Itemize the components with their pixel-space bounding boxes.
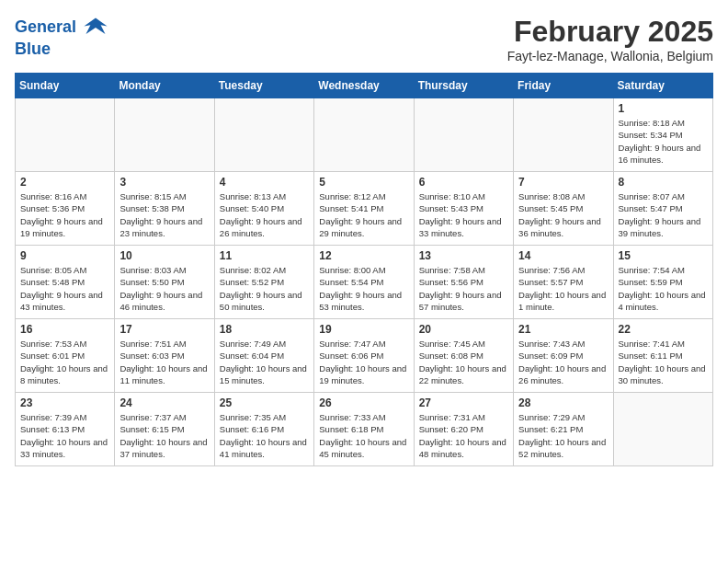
calendar-cell: 9Sunrise: 8:05 AM Sunset: 5:48 PM Daylig… [16, 246, 115, 319]
day-info: Sunrise: 7:51 AM Sunset: 6:03 PM Dayligh… [119, 338, 209, 386]
weekday-header-friday: Friday [514, 74, 613, 98]
day-number: 24 [119, 396, 209, 409]
day-info: Sunrise: 7:56 AM Sunset: 5:57 PM Dayligh… [518, 264, 608, 313]
weekday-header-thursday: Thursday [414, 74, 513, 98]
day-info: Sunrise: 8:08 AM Sunset: 5:45 PM Dayligh… [518, 190, 608, 239]
calendar-cell [115, 98, 214, 172]
month-title: February 2025 [507, 15, 713, 49]
day-number: 1 [619, 102, 708, 115]
calendar-header: SundayMondayTuesdayWednesdayThursdayFrid… [16, 74, 713, 98]
day-info: Sunrise: 7:37 AM Sunset: 6:15 PM Dayligh… [119, 411, 209, 460]
calendar-cell: 7Sunrise: 8:08 AM Sunset: 5:45 PM Daylig… [514, 172, 613, 246]
calendar-cell: 3Sunrise: 8:15 AM Sunset: 5:38 PM Daylig… [115, 172, 214, 246]
calendar-cell: 6Sunrise: 8:10 AM Sunset: 5:43 PM Daylig… [414, 172, 513, 246]
day-number: 20 [419, 323, 508, 336]
calendar-cell: 24Sunrise: 7:37 AM Sunset: 6:15 PM Dayli… [115, 393, 214, 466]
weekday-header-monday: Monday [115, 74, 214, 98]
calendar-week-2: 9Sunrise: 8:05 AM Sunset: 5:48 PM Daylig… [16, 246, 713, 319]
calendar-cell: 22Sunrise: 7:41 AM Sunset: 6:11 PM Dayli… [613, 319, 712, 393]
day-number: 9 [20, 249, 109, 262]
calendar-week-0: 1Sunrise: 8:18 AM Sunset: 5:34 PM Daylig… [16, 98, 713, 172]
day-number: 16 [20, 323, 109, 336]
day-info: Sunrise: 7:49 AM Sunset: 6:04 PM Dayligh… [220, 338, 309, 386]
day-number: 19 [319, 323, 408, 336]
calendar-cell: 18Sunrise: 7:49 AM Sunset: 6:04 PM Dayli… [214, 319, 313, 393]
calendar-cell: 17Sunrise: 7:51 AM Sunset: 6:03 PM Dayli… [115, 319, 214, 393]
day-info: Sunrise: 8:15 AM Sunset: 5:38 PM Dayligh… [119, 190, 209, 239]
weekday-header-saturday: Saturday [613, 74, 712, 98]
day-number: 4 [220, 176, 309, 189]
page-header: General Blue February 2025 Fayt-lez-Mana… [15, 15, 713, 63]
calendar-cell [314, 98, 414, 172]
day-number: 13 [419, 249, 508, 262]
day-info: Sunrise: 7:41 AM Sunset: 6:11 PM Dayligh… [619, 338, 708, 386]
day-number: 6 [419, 176, 508, 189]
calendar-body: 1Sunrise: 8:18 AM Sunset: 5:34 PM Daylig… [16, 98, 713, 466]
day-info: Sunrise: 8:05 AM Sunset: 5:48 PM Dayligh… [20, 264, 109, 313]
day-number: 27 [419, 396, 508, 409]
day-number: 15 [619, 249, 708, 262]
day-number: 2 [20, 176, 109, 189]
day-number: 26 [319, 396, 408, 409]
calendar-cell: 2Sunrise: 8:16 AM Sunset: 5:36 PM Daylig… [16, 172, 115, 246]
day-number: 14 [518, 249, 608, 262]
calendar-cell: 14Sunrise: 7:56 AM Sunset: 5:57 PM Dayli… [514, 246, 613, 319]
calendar-cell [214, 98, 313, 172]
calendar-cell: 10Sunrise: 8:03 AM Sunset: 5:50 PM Dayli… [115, 246, 214, 319]
day-number: 17 [119, 323, 209, 336]
day-number: 5 [319, 176, 408, 189]
day-number: 28 [518, 396, 608, 409]
day-info: Sunrise: 7:29 AM Sunset: 6:21 PM Dayligh… [518, 411, 608, 460]
calendar-cell: 5Sunrise: 8:12 AM Sunset: 5:41 PM Daylig… [314, 172, 414, 246]
weekday-header-tuesday: Tuesday [214, 74, 313, 98]
day-number: 11 [220, 249, 309, 262]
calendar-table: SundayMondayTuesdayWednesdayThursdayFrid… [15, 73, 713, 466]
day-info: Sunrise: 8:07 AM Sunset: 5:47 PM Dayligh… [619, 190, 708, 239]
calendar-cell: 27Sunrise: 7:31 AM Sunset: 6:20 PM Dayli… [414, 393, 513, 466]
logo-text: General Blue [15, 15, 108, 59]
calendar-cell: 26Sunrise: 7:33 AM Sunset: 6:18 PM Dayli… [314, 393, 414, 466]
day-info: Sunrise: 7:31 AM Sunset: 6:20 PM Dayligh… [419, 411, 508, 460]
day-info: Sunrise: 8:02 AM Sunset: 5:52 PM Dayligh… [220, 264, 309, 313]
day-number: 18 [220, 323, 309, 336]
calendar-cell: 12Sunrise: 8:00 AM Sunset: 5:54 PM Dayli… [314, 246, 414, 319]
weekday-header-wednesday: Wednesday [314, 74, 414, 98]
calendar-cell: 21Sunrise: 7:43 AM Sunset: 6:09 PM Dayli… [514, 319, 613, 393]
calendar-cell: 19Sunrise: 7:47 AM Sunset: 6:06 PM Dayli… [314, 319, 414, 393]
day-number: 7 [518, 176, 608, 189]
calendar-cell [414, 98, 513, 172]
calendar-week-1: 2Sunrise: 8:16 AM Sunset: 5:36 PM Daylig… [16, 172, 713, 246]
calendar-week-4: 23Sunrise: 7:39 AM Sunset: 6:13 PM Dayli… [16, 393, 713, 466]
calendar-cell: 20Sunrise: 7:45 AM Sunset: 6:08 PM Dayli… [414, 319, 513, 393]
calendar-cell: 4Sunrise: 8:13 AM Sunset: 5:40 PM Daylig… [214, 172, 313, 246]
day-number: 22 [619, 323, 708, 336]
day-number: 12 [319, 249, 408, 262]
svg-marker-0 [84, 18, 107, 35]
day-number: 23 [20, 396, 109, 409]
calendar-cell: 11Sunrise: 8:02 AM Sunset: 5:52 PM Dayli… [214, 246, 313, 319]
day-info: Sunrise: 7:33 AM Sunset: 6:18 PM Dayligh… [319, 411, 408, 460]
location: Fayt-lez-Manage, Wallonia, Belgium [507, 49, 713, 63]
calendar-cell: 16Sunrise: 7:53 AM Sunset: 6:01 PM Dayli… [16, 319, 115, 393]
day-number: 8 [619, 176, 708, 189]
day-info: Sunrise: 8:03 AM Sunset: 5:50 PM Dayligh… [119, 264, 209, 313]
calendar-cell [613, 393, 712, 466]
calendar-cell: 15Sunrise: 7:54 AM Sunset: 5:59 PM Dayli… [613, 246, 712, 319]
day-number: 21 [518, 323, 608, 336]
day-info: Sunrise: 8:12 AM Sunset: 5:41 PM Dayligh… [319, 190, 408, 239]
calendar-cell: 28Sunrise: 7:29 AM Sunset: 6:21 PM Dayli… [514, 393, 613, 466]
day-info: Sunrise: 8:18 AM Sunset: 5:34 PM Dayligh… [619, 117, 708, 166]
calendar-cell: 1Sunrise: 8:18 AM Sunset: 5:34 PM Daylig… [613, 98, 712, 172]
day-info: Sunrise: 7:45 AM Sunset: 6:08 PM Dayligh… [419, 338, 508, 386]
day-info: Sunrise: 8:16 AM Sunset: 5:36 PM Dayligh… [20, 190, 109, 239]
day-info: Sunrise: 8:10 AM Sunset: 5:43 PM Dayligh… [419, 190, 508, 239]
day-info: Sunrise: 7:39 AM Sunset: 6:13 PM Dayligh… [20, 411, 109, 460]
day-number: 10 [119, 249, 209, 262]
day-number: 3 [119, 176, 209, 189]
weekday-header-sunday: Sunday [16, 74, 115, 98]
calendar-cell [514, 98, 613, 172]
calendar-cell: 23Sunrise: 7:39 AM Sunset: 6:13 PM Dayli… [16, 393, 115, 466]
day-info: Sunrise: 7:53 AM Sunset: 6:01 PM Dayligh… [20, 338, 109, 386]
calendar-week-3: 16Sunrise: 7:53 AM Sunset: 6:01 PM Dayli… [16, 319, 713, 393]
logo: General Blue [15, 15, 108, 59]
